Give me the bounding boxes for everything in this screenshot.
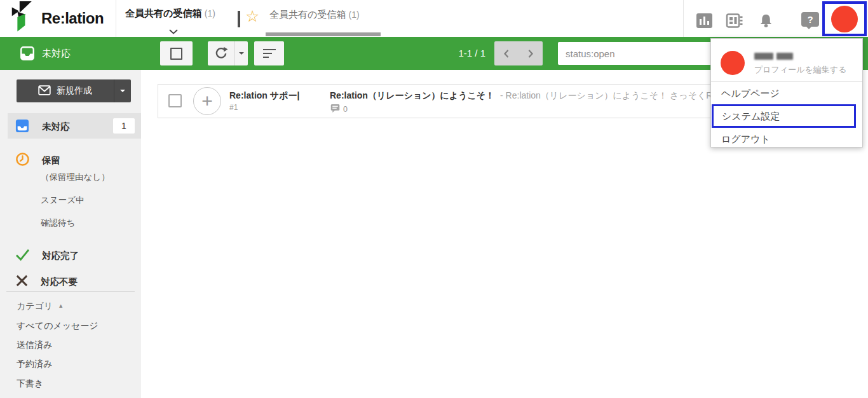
sidebar-item-untreated[interactable]: 未対応 1 (8, 113, 141, 139)
category-header-label: カテゴリ (17, 301, 53, 311)
prev-page-button[interactable] (494, 41, 519, 65)
sidebar-item-label: 未対応 (42, 121, 70, 133)
help-icon[interactable]: ? (801, 12, 819, 27)
ticket-id: #1 (229, 103, 238, 112)
user-name-redacted (754, 53, 793, 60)
favorite-star-icon[interactable]: ☆ (245, 7, 259, 25)
app-window: Re:lation 全員共有の受信箱 (1) ☆ 全員共有の受信箱 (1) (0, 0, 868, 398)
pager (494, 41, 543, 65)
message-preview: - Re:lation（リレーション）にようこそ！ さっそくRe:latio (500, 90, 736, 100)
checkmark-icon (15, 248, 30, 264)
row-checkbox[interactable] (168, 94, 182, 107)
compose-button[interactable]: 新規作成 (17, 79, 131, 102)
refresh-button[interactable] (208, 41, 248, 65)
menu-item-help-page[interactable]: ヘルプページ (711, 82, 862, 105)
avatar (831, 6, 858, 32)
toolbar-status-label: 未対応 (42, 48, 71, 60)
relation-logo[interactable]: Re:lation (10, 3, 104, 34)
menu-item-system-settings[interactable]: システム設定 (712, 104, 856, 128)
menu-item-logout[interactable]: ログアウト (711, 128, 862, 148)
tab-shared-inbox[interactable]: 全員共有の受信箱 (1) (269, 9, 360, 21)
inbox-tray-icon (19, 45, 36, 64)
comment-indicator: 0 (330, 103, 348, 116)
header-separator (116, 0, 116, 37)
refresh-icon[interactable] (208, 41, 235, 65)
sidebar-item-label: 対応完了 (42, 250, 79, 262)
caret-down-icon (120, 90, 125, 95)
inbox-selector[interactable]: 全員共有の受信箱 (1) (125, 8, 215, 20)
comment-count: 0 (343, 105, 348, 114)
profile-dropdown-menu: プロフィールを編集する ヘルプページ システム設定 ログアウト (710, 38, 863, 148)
sidebar-item-label: 保留 (42, 154, 60, 167)
sidebar-item-done[interactable]: 対応完了 (15, 248, 79, 264)
refresh-dropdown-caret[interactable] (235, 41, 248, 65)
profile-avatar-button[interactable] (822, 1, 867, 36)
dashboard-icon[interactable] (726, 13, 743, 31)
relation-logo-icon (10, 1, 36, 36)
sidebar-item-all-messages[interactable]: すべてのメッセージ (17, 320, 98, 332)
stats-icon[interactable] (696, 13, 713, 31)
top-header: Re:lation 全員共有の受信箱 (1) ☆ 全員共有の受信箱 (1) (0, 0, 868, 37)
chevron-down-icon[interactable] (169, 25, 178, 37)
sidebar-item-scheduled[interactable]: 予約済み (17, 359, 52, 370)
category-section-header[interactable]: カテゴリ▲ (17, 301, 64, 312)
sidebar-item-hold-no-reason[interactable]: （保留理由なし） (41, 172, 110, 183)
tab-count: (1) (349, 10, 360, 20)
caret-down-icon (239, 52, 244, 57)
sidebar-divider (6, 291, 135, 292)
select-all-button[interactable] (160, 41, 193, 65)
tab-divider (238, 11, 240, 27)
sidebar-item-drafts[interactable]: 下書き (17, 378, 43, 390)
logo-text: Re:lation (41, 10, 104, 27)
sidebar-item-no-action[interactable]: 対応不要 (15, 274, 78, 290)
tab-label: 全員共有の受信箱 (269, 9, 346, 20)
header-separator-right (683, 0, 684, 37)
avatar (721, 51, 745, 75)
select-checkbox-icon (170, 48, 182, 60)
message-sender: Re:lation サポー| (229, 90, 299, 102)
notifications-bell-icon[interactable] (757, 13, 775, 31)
envelope-icon (38, 85, 51, 97)
clock-icon (15, 152, 30, 169)
assign-add-button[interactable]: + (193, 87, 221, 115)
inbox-tray-icon (15, 119, 29, 135)
sort-icon (263, 49, 276, 58)
comment-bubble-icon (330, 103, 340, 116)
triangle-up-icon: ▲ (58, 303, 64, 309)
sidebar-item-hold[interactable]: 保留 (15, 152, 60, 169)
next-page-button[interactable] (519, 41, 543, 65)
sidebar-item-snoozed[interactable]: スヌーズ中 (41, 195, 84, 206)
sidebar-item-sent[interactable]: 送信済み (17, 340, 52, 351)
sidebar-item-awaiting-confirm[interactable]: 確認待ち (41, 217, 75, 229)
sidebar: 新規作成 未対応 1 保留 (0, 70, 141, 398)
pagination-label: 1-1 / 1 (422, 37, 485, 70)
sidebar-item-label: 対応不要 (41, 276, 78, 288)
message-subject: Re:lation（リレーション）にようこそ！ (330, 90, 494, 100)
x-mark-icon (15, 274, 29, 290)
inbox-selector-count: (1) (205, 8, 215, 18)
inbox-selector-label: 全員共有の受信箱 (125, 8, 201, 18)
active-tab-underline (266, 32, 381, 36)
edit-profile-link[interactable]: プロフィールを編集する (754, 64, 846, 76)
untreated-count-badge: 1 (113, 118, 135, 134)
compose-label: 新規作成 (57, 85, 92, 97)
sort-button[interactable] (254, 41, 284, 65)
compose-dropdown-caret[interactable] (114, 79, 131, 102)
